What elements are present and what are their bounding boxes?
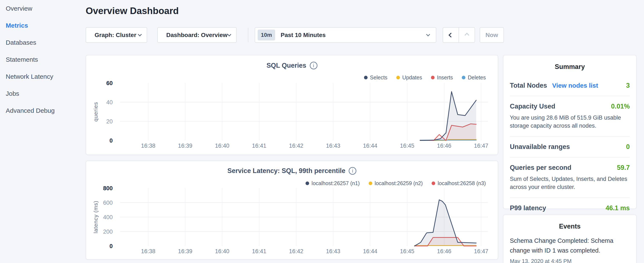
time-window-badge: 10m xyxy=(258,30,275,41)
svg-text:16:47: 16:47 xyxy=(474,143,488,149)
summary-panel: Summary Total Nodes View nodes list 3 Ca… xyxy=(503,55,636,209)
summary-row-value: 0.01% xyxy=(611,103,630,110)
summary-row-capacity-used: Capacity Used 0.01% You are using 28.6 M… xyxy=(510,96,630,136)
summary-row-unavailable-ranges: Unavailable ranges 0 xyxy=(510,136,630,157)
summary-row-label: P99 latency xyxy=(510,204,546,212)
graph-scope-dropdown[interactable]: Graph: Cluster xyxy=(86,27,147,43)
sql-queries-chart: 16:3816:3916:4016:4116:4216:4316:4416:45… xyxy=(86,55,498,154)
sidebar-item-network-latency[interactable]: Network Latency xyxy=(0,68,85,85)
svg-text:16:38: 16:38 xyxy=(141,143,156,149)
service-latency-chart-panel: Service Latency: SQL, 99th percentile i … xyxy=(86,161,498,259)
summary-row-value: 59.7 xyxy=(617,164,630,171)
summary-row-value: 3 xyxy=(626,82,630,89)
summary-row-label: Unavailable ranges xyxy=(510,143,570,151)
svg-text:16:39: 16:39 xyxy=(178,143,192,149)
time-step-back-button[interactable] xyxy=(443,28,458,42)
events-title: Events xyxy=(504,215,636,230)
sql-queries-chart-panel: SQL Queries i Selects Updates Inserts De… xyxy=(86,55,498,155)
svg-text:16:46: 16:46 xyxy=(437,143,451,149)
summary-body: Total Nodes View nodes list 3 Capacity U… xyxy=(504,71,636,218)
summary-row-subtext: You are using 28.6 MiB of 515.9 GiB usab… xyxy=(510,114,630,130)
svg-text:16:44: 16:44 xyxy=(363,143,378,149)
summary-row-label: Total Nodes xyxy=(510,82,547,89)
sidebar-item-advanced-debug[interactable]: Advanced Debug xyxy=(0,102,85,119)
svg-text:16:43: 16:43 xyxy=(326,143,340,149)
dashboard-dropdown[interactable]: Dashboard: Overview xyxy=(157,27,237,43)
svg-text:200: 200 xyxy=(103,228,113,235)
svg-text:16:42: 16:42 xyxy=(289,143,304,149)
sidebar-item-label: Databases xyxy=(6,39,36,46)
sidebar-item-label: Advanced Debug xyxy=(6,107,55,114)
svg-text:16:46: 16:46 xyxy=(437,248,451,254)
summary-row-value: 46.1 ms xyxy=(606,204,630,212)
chevron-left-icon xyxy=(448,33,453,38)
sidebar-item-overview[interactable]: Overview xyxy=(0,0,85,17)
event-timestamp: May 13, 2020 at 4:45 PM xyxy=(510,258,630,263)
chevron-down-icon xyxy=(227,32,231,36)
sidebar-item-databases[interactable]: Databases xyxy=(0,34,85,51)
svg-text:16:40: 16:40 xyxy=(215,143,230,149)
sidebar-item-statements[interactable]: Statements xyxy=(0,51,85,68)
sidebar-item-label: Network Latency xyxy=(6,73,53,80)
page-title: Overview Dashboard xyxy=(86,6,179,16)
sidebar-item-jobs[interactable]: Jobs xyxy=(0,85,85,102)
summary-row-label: Queries per second xyxy=(510,164,571,171)
summary-row-label: Capacity Used xyxy=(510,103,555,110)
sidebar-item-label: Jobs xyxy=(6,90,19,97)
svg-text:16:41: 16:41 xyxy=(252,248,266,254)
summary-title: Summary xyxy=(504,55,636,71)
chevron-right-icon xyxy=(464,33,469,38)
svg-text:600: 600 xyxy=(103,200,113,206)
svg-text:0: 0 xyxy=(110,243,113,249)
svg-text:16:45: 16:45 xyxy=(400,143,414,149)
summary-row-subtext: Sum of Selects, Updates, Inserts, and De… xyxy=(510,175,630,191)
event-text: Schema Change Completed: Schema change w… xyxy=(510,236,630,255)
sidebar: Overview Metrics Databases Statements Ne… xyxy=(0,0,85,263)
time-window-dropdown[interactable]: 10m Past 10 Minutes xyxy=(255,27,436,43)
svg-text:16:44: 16:44 xyxy=(363,248,378,254)
svg-text:0: 0 xyxy=(110,137,113,144)
view-nodes-list-link[interactable]: View nodes list xyxy=(552,82,598,89)
svg-text:400: 400 xyxy=(103,214,113,220)
svg-text:16:47: 16:47 xyxy=(474,248,488,254)
time-step-buttons xyxy=(443,27,475,43)
service-latency-chart: 16:3816:3916:4016:4116:4216:4316:4416:45… xyxy=(86,161,498,259)
svg-text:16:39: 16:39 xyxy=(178,248,192,254)
svg-text:16:42: 16:42 xyxy=(289,248,304,254)
summary-row-total-nodes: Total Nodes View nodes list 3 xyxy=(510,75,630,96)
chevron-down-icon xyxy=(426,32,430,36)
controls-divider xyxy=(248,28,248,42)
now-button-label: Now xyxy=(486,32,498,39)
svg-text:16:41: 16:41 xyxy=(252,143,266,149)
now-button[interactable]: Now xyxy=(480,27,504,43)
svg-text:16:45: 16:45 xyxy=(400,248,414,254)
sidebar-item-metrics[interactable]: Metrics xyxy=(0,17,85,34)
graph-scope-dropdown-label: Graph: Cluster xyxy=(94,32,136,39)
svg-text:20: 20 xyxy=(106,118,113,125)
sidebar-item-label: Statements xyxy=(6,56,38,63)
svg-text:16:43: 16:43 xyxy=(326,248,340,254)
sidebar-item-label: Metrics xyxy=(6,22,28,29)
svg-text:60: 60 xyxy=(106,80,113,86)
sidebar-item-label: Overview xyxy=(6,5,32,12)
events-panel: Events Schema Change Completed: Schema c… xyxy=(503,214,636,263)
summary-row-value: 0 xyxy=(626,143,630,151)
svg-text:16:40: 16:40 xyxy=(215,248,230,254)
summary-row-queries-per-second: Queries per second 59.7 Sum of Selects, … xyxy=(510,157,630,197)
event-list-item[interactable]: Schema Change Completed: Schema change w… xyxy=(504,230,636,263)
svg-text:16:38: 16:38 xyxy=(141,248,156,254)
svg-text:40: 40 xyxy=(106,99,113,106)
chevron-down-icon xyxy=(138,32,142,36)
time-window-label: Past 10 Minutes xyxy=(281,32,427,39)
time-step-forward-button[interactable] xyxy=(458,28,474,42)
dashboard-dropdown-label: Dashboard: Overview xyxy=(166,32,228,39)
svg-text:800: 800 xyxy=(103,185,113,191)
